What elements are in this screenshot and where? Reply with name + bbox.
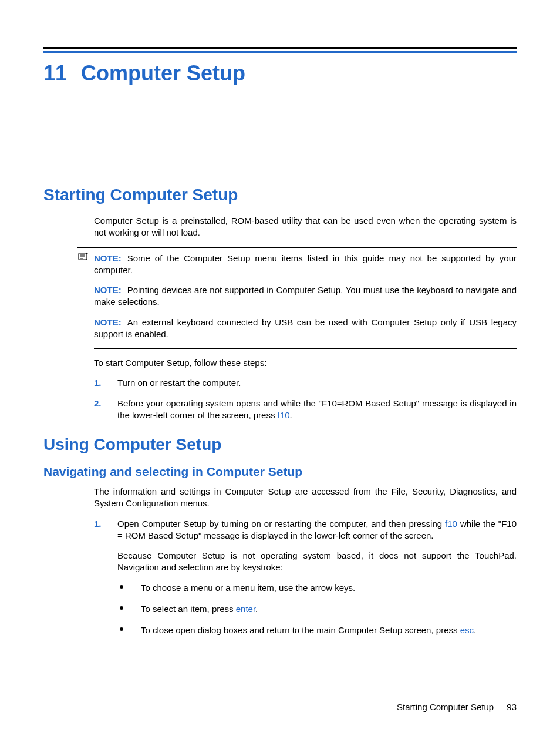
bullet-icon bbox=[120, 627, 123, 631]
steps-lead: To start Computer Setup, follow these st… bbox=[94, 357, 517, 369]
bullet-3: To close open dialog boxes and return to… bbox=[117, 624, 517, 636]
using-step-1-marker: 1. bbox=[94, 518, 102, 530]
bullet-icon bbox=[120, 606, 123, 610]
bullet-icon bbox=[120, 585, 123, 589]
chapter-rule bbox=[43, 47, 517, 53]
chapter-title: Computer Setup bbox=[81, 61, 245, 85]
note-block: NOTE:Some of the Computer Setup menu ite… bbox=[77, 247, 517, 341]
note-1-text: Some of the Computer Setup menu items li… bbox=[94, 253, 517, 275]
note-label: NOTE: bbox=[94, 317, 122, 327]
note-label: NOTE: bbox=[94, 253, 122, 263]
step-2-marker: 2. bbox=[94, 398, 102, 409]
step-1-text: Turn on or restart the computer. bbox=[117, 378, 241, 388]
nav-bullet-list: To choose a menu or a menu item, use the… bbox=[117, 582, 517, 637]
using-step-1: 1. Open Computer Setup by turning on or … bbox=[94, 518, 517, 637]
step-1: 1. Turn on or restart the computer. bbox=[94, 377, 517, 389]
note-label: NOTE: bbox=[94, 285, 122, 295]
using-step-1-a: Open Computer Setup by turning on or res… bbox=[117, 519, 445, 529]
note-icon bbox=[77, 251, 89, 261]
bullet-2: To select an item, press enter. bbox=[117, 603, 517, 615]
sub1-intro: The information and settings in Computer… bbox=[94, 486, 517, 510]
note-3-text: An external keyboard connected by USB ca… bbox=[94, 317, 517, 339]
bullet-1-text: To choose a menu or a menu item, use the… bbox=[141, 583, 355, 593]
bullet-3-b: . bbox=[474, 625, 476, 635]
bullet-3-a: To close open dialog boxes and return to… bbox=[141, 625, 460, 635]
subsection-heading-navigating: Navigating and selecting in Computer Set… bbox=[43, 465, 517, 479]
key-esc: esc bbox=[460, 625, 474, 635]
bullet-1: To choose a menu or a menu item, use the… bbox=[117, 582, 517, 594]
section-heading-using: Using Computer Setup bbox=[43, 435, 517, 454]
note-2: NOTE:Pointing devices are not supported … bbox=[94, 284, 517, 308]
bullet-2-a: To select an item, press bbox=[141, 604, 236, 614]
start-steps-list: 1. Turn on or restart the computer. 2. B… bbox=[94, 377, 517, 421]
section-heading-starting: Starting Computer Setup bbox=[43, 186, 517, 204]
page-number: 93 bbox=[507, 702, 517, 712]
note-1: NOTE:Some of the Computer Setup menu ite… bbox=[94, 253, 517, 277]
page-footer: Starting Computer Setup 93 bbox=[397, 702, 517, 712]
note-3: NOTE:An external keyboard connected by U… bbox=[94, 317, 517, 341]
step-2: 2. Before your operating system opens an… bbox=[94, 398, 517, 422]
using-step-1-para2: Because Computer Setup is not operating … bbox=[117, 550, 517, 574]
chapter-heading: 11Computer Setup bbox=[43, 61, 517, 86]
bullet-2-b: . bbox=[255, 604, 258, 614]
step-1-marker: 1. bbox=[94, 377, 102, 389]
chapter-number: 11 bbox=[43, 61, 67, 86]
step-2-text-b: . bbox=[289, 410, 292, 420]
note-2-text: Pointing devices are not supported in Co… bbox=[94, 285, 517, 307]
intro-paragraph: Computer Setup is a preinstalled, ROM-ba… bbox=[94, 215, 517, 239]
key-f10: f10 bbox=[445, 519, 457, 529]
key-enter: enter bbox=[236, 604, 255, 614]
key-f10: f10 bbox=[278, 410, 290, 420]
step-2-text-a: Before your operating system opens and w… bbox=[117, 398, 517, 420]
note-end-rule bbox=[94, 348, 517, 349]
using-steps-list: 1. Open Computer Setup by turning on or … bbox=[94, 518, 517, 637]
footer-section-title: Starting Computer Setup bbox=[397, 702, 494, 712]
